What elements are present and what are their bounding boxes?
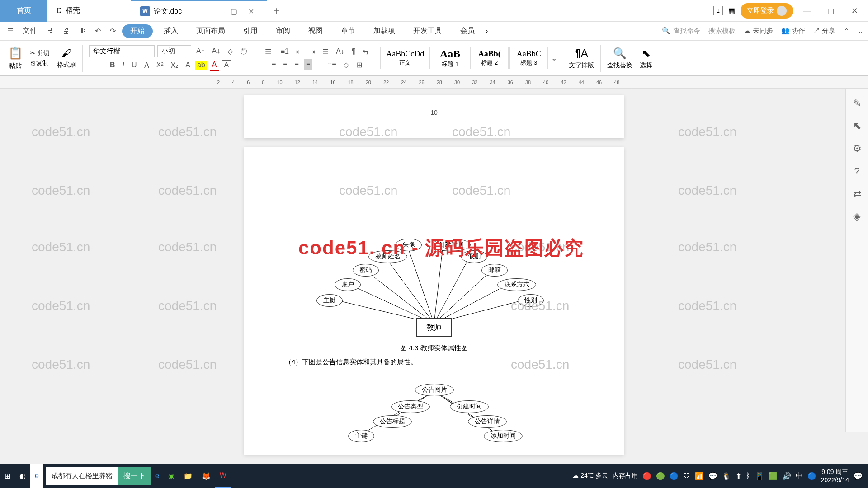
align-left-icon[interactable]: ≡ <box>269 59 278 70</box>
start-button[interactable]: ⊞ <box>0 464 15 488</box>
tray-icon[interactable]: 🔴 <box>642 472 651 480</box>
select-button[interactable]: ⬉选择 <box>636 41 656 75</box>
menu-view[interactable]: 视图 <box>301 22 330 40</box>
cut-button[interactable]: ✂ 剪切 <box>30 49 50 57</box>
highlight-button[interactable]: ab <box>195 61 207 70</box>
style-normal[interactable]: AaBbCcDd正文 <box>380 47 430 69</box>
notifications-icon[interactable]: 💬 <box>854 472 863 480</box>
bluetooth-icon[interactable]: ᛒ <box>746 472 750 480</box>
style-h3[interactable]: AaBbC标题 3 <box>509 47 548 69</box>
menu-addons[interactable]: 加载项 <box>366 22 402 40</box>
grow-font-icon[interactable]: A↑ <box>194 46 207 56</box>
maximize-button[interactable]: ◻ <box>822 6 840 16</box>
subscript-button[interactable]: X₂ <box>169 60 181 71</box>
tray-icon[interactable]: 🔵 <box>807 472 816 480</box>
format-painter[interactable]: 🖌格式刷 <box>53 41 80 75</box>
task-wps[interactable]: W <box>215 464 231 488</box>
search-template[interactable]: 搜索模板 <box>708 27 736 35</box>
save-icon[interactable]: 🖫 <box>43 27 56 35</box>
sync-status[interactable]: ☁ 未同步 <box>744 27 773 35</box>
menu-devtools[interactable]: 开发工具 <box>406 22 449 40</box>
strike-button[interactable]: A̶ <box>142 60 151 71</box>
sort-icon[interactable]: A↓ <box>334 46 347 57</box>
login-button[interactable]: 立即登录 <box>741 3 793 19</box>
text-effect-icon[interactable]: A <box>183 60 193 70</box>
cursor-icon[interactable]: ⬉ <box>853 120 861 132</box>
indent-inc-icon[interactable]: ⇥ <box>307 46 317 57</box>
menu-start[interactable]: 开始 <box>122 24 153 38</box>
paste-group[interactable]: 📋粘贴 <box>5 41 26 75</box>
menu-insert[interactable]: 插入 <box>156 22 185 40</box>
print-icon[interactable]: 🖨 <box>60 27 72 35</box>
memory-usage[interactable]: 内存占用 <box>613 472 638 480</box>
asian-layout-icon[interactable]: ☰ <box>320 46 331 57</box>
transfer-icon[interactable]: ⇄ <box>853 188 861 200</box>
align-center-icon[interactable]: ≡ <box>281 59 289 70</box>
superscript-button[interactable]: X² <box>154 60 166 70</box>
menu-chapter[interactable]: 章节 <box>334 22 363 40</box>
settings-icon[interactable]: ⚙ <box>853 143 862 155</box>
line-spacing-icon[interactable]: ‡≡ <box>326 59 338 70</box>
shading-icon[interactable]: ◇ <box>341 59 351 70</box>
minimize-button[interactable]: — <box>798 6 816 15</box>
task-ie[interactable]: e <box>30 464 43 488</box>
menu-reference[interactable]: 引用 <box>236 22 265 40</box>
font-color-button[interactable]: A <box>210 59 219 71</box>
clear-format-icon[interactable]: ◇ <box>225 46 235 57</box>
task-cortana[interactable]: ◐ <box>15 464 30 488</box>
indent-dec-icon[interactable]: ⇤ <box>294 46 304 57</box>
task-360[interactable]: ◉ <box>164 464 179 488</box>
tray-icon[interactable]: 📱 <box>755 472 764 480</box>
diamond-icon[interactable]: ◈ <box>853 211 861 222</box>
share-button[interactable]: ↗ 分享 <box>813 27 835 35</box>
help-icon[interactable]: ? <box>854 165 859 177</box>
shrink-font-icon[interactable]: A↓ <box>210 46 223 56</box>
layout-icon[interactable]: 1 <box>713 6 723 15</box>
menu-review[interactable]: 审阅 <box>269 22 297 40</box>
wifi-icon[interactable]: 📶 <box>695 472 704 480</box>
menu-file[interactable]: 文件 <box>20 26 40 36</box>
italic-button[interactable]: I <box>120 60 127 70</box>
bullets-icon[interactable]: ☰· <box>263 46 275 57</box>
collab-button[interactable]: 👥 协作 <box>781 27 805 35</box>
undo-icon[interactable]: ↶ <box>92 27 104 35</box>
borders-icon[interactable]: ⊞ <box>354 59 364 70</box>
tray-icon[interactable]: 🔵 <box>670 472 679 480</box>
taskbar-search[interactable]: 成都有人在楼里养猪 <box>46 467 118 485</box>
task-explorer[interactable]: 📁 <box>179 464 197 488</box>
collapse-up-icon[interactable]: ⌃ <box>844 27 849 35</box>
pen-icon[interactable]: ✎ <box>853 98 861 109</box>
phonetic-icon[interactable]: ㊞ <box>238 45 250 57</box>
ime-indicator[interactable]: 中 <box>796 471 803 481</box>
volume-icon[interactable]: 🔊 <box>782 472 791 480</box>
tray-icon[interactable]: 💬 <box>708 472 717 480</box>
align-justify-icon[interactable]: ≡ <box>304 59 312 70</box>
task-edge[interactable]: e <box>151 464 164 488</box>
styles-more-icon[interactable]: ⌄ <box>549 52 559 64</box>
tab-document[interactable]: W论文.doc▢✕ <box>131 0 267 22</box>
redo-icon[interactable]: ↷ <box>107 27 118 35</box>
size-select[interactable]: 小初 <box>157 45 191 57</box>
text-layout-button[interactable]: ¶A文字排版 <box>565 41 598 75</box>
weather[interactable]: ☁ 24℃ 多云 <box>572 472 608 480</box>
clock[interactable]: 9:09 周三2022/9/14 <box>821 468 849 484</box>
tab-close-icon[interactable]: ✕ <box>245 7 258 16</box>
menu-pagelayout[interactable]: 页面布局 <box>189 22 232 40</box>
menu-member[interactable]: 会员 <box>453 22 482 40</box>
new-tab-button[interactable]: + <box>267 5 287 17</box>
tray-icon[interactable]: ⬆ <box>736 472 741 480</box>
tray-icon[interactable]: 🛡 <box>683 472 690 480</box>
align-right-icon[interactable]: ≡ <box>292 59 301 70</box>
collapse-down-icon[interactable]: ⌄ <box>858 27 863 35</box>
document-canvas[interactable]: code51.cn code51.cn code51.cn code51.cn … <box>0 89 868 464</box>
tray-icon[interactable]: 🟩 <box>769 472 778 480</box>
preview-icon[interactable]: 👁 <box>76 27 89 35</box>
numbering-icon[interactable]: ≡1 <box>278 46 291 57</box>
tab-icon[interactable]: ⇆ <box>360 46 371 57</box>
tab-restore-icon[interactable]: ▢ <box>227 7 241 16</box>
copy-button[interactable]: ⎘ 复制 <box>31 59 49 67</box>
taskbar-search-button[interactable]: 搜一下 <box>118 467 151 485</box>
font-select[interactable]: 华文行楷 <box>89 45 155 57</box>
bold-button[interactable]: B <box>108 60 118 70</box>
tab-home[interactable]: 首页 <box>0 0 47 22</box>
